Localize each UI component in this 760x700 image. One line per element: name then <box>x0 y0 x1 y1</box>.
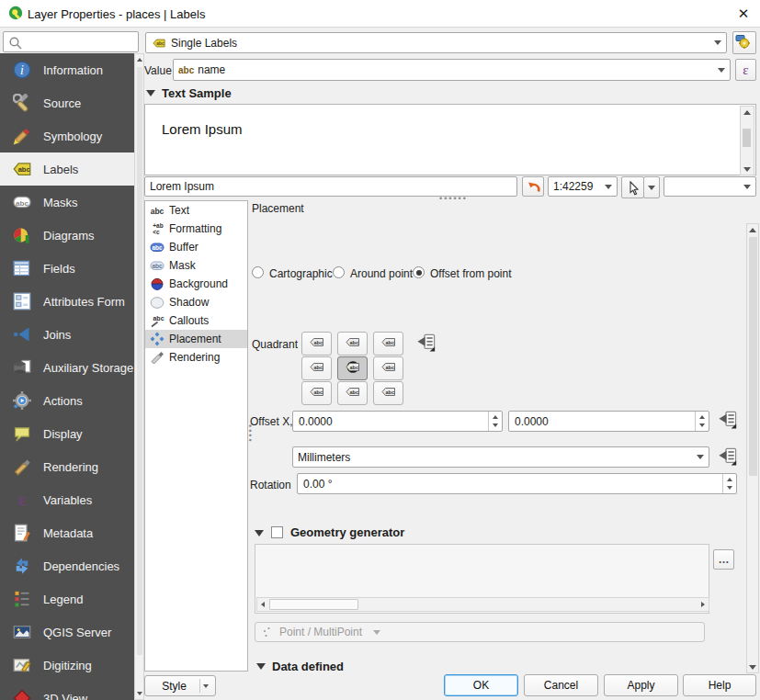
collapse-triangle-icon[interactable] <box>146 90 155 96</box>
label-tab-label: Background <box>169 277 228 290</box>
sidebar-item-actions[interactable]: Actions <box>0 384 134 417</box>
scroll-up-icon[interactable] <box>137 58 142 62</box>
quadrant-button-top-left[interactable]: abc <box>301 332 332 356</box>
data-defined-override-icon[interactable] <box>717 447 738 469</box>
layer-properties-dialog: Layer Properties - places | Labels ✕ abc… <box>0 0 760 700</box>
data-defined-override-icon[interactable] <box>717 411 738 432</box>
label-tab-placement[interactable]: Placement <box>145 330 247 348</box>
sidebar-item-qgis-server[interactable]: QGIS Server <box>0 615 134 649</box>
sidebar-item-variables[interactable]: εVariables <box>0 483 134 516</box>
label-tab-buffer[interactable]: abcBuffer <box>145 238 247 256</box>
offset-y-spinbox[interactable]: 0.0000 <box>508 411 709 432</box>
scrollbar-thumb[interactable] <box>743 129 751 147</box>
radio-cartographic[interactable] <box>252 266 264 278</box>
scroll-up-icon[interactable] <box>743 110 751 115</box>
label-tab-mask[interactable]: abcMask <box>145 256 247 275</box>
spinner-arrows[interactable] <box>695 412 709 431</box>
geometry-expression-expand-button[interactable]: … <box>713 549 734 570</box>
quadrant-button-bottom[interactable]: abc <box>337 381 368 405</box>
quadrant-button-center[interactable]: abc <box>337 356 368 380</box>
chevron-down-icon <box>373 630 380 635</box>
radio-offset-from-point[interactable] <box>413 266 425 278</box>
scroll-up-icon[interactable] <box>749 228 756 232</box>
search-field[interactable] <box>25 34 133 50</box>
gear-label-icon <box>735 34 754 52</box>
sidebar-item-symbology[interactable]: Symbology <box>0 119 134 152</box>
offset-x-spinbox[interactable]: 0.0000 <box>292 411 503 432</box>
scroll-down-icon[interactable] <box>749 665 756 670</box>
data-defined-override-icon[interactable] <box>415 333 437 355</box>
sidebar-item-joins[interactable]: Joins <box>0 318 134 351</box>
label-tab-formatting[interactable]: +ab<cFormatting <box>145 220 247 238</box>
sample-scrollbar[interactable] <box>740 106 754 175</box>
sidebar-item-labels[interactable]: abcLabels <box>0 152 134 186</box>
search-input[interactable] <box>3 31 139 52</box>
source-icon <box>12 93 32 113</box>
panel-scrollbar[interactable] <box>746 223 759 673</box>
cancel-button[interactable]: Cancel <box>524 674 598 696</box>
quadrant-button-top-right[interactable]: abc <box>373 332 403 356</box>
sidebar-item-attributes-form[interactable]: Attributes Form <box>0 285 134 318</box>
sidebar-item-3d-view[interactable]: 3D View <box>0 682 134 700</box>
quadrant-button-bottom-right[interactable]: abc <box>373 381 403 405</box>
scrollbar-thumb[interactable] <box>137 67 142 655</box>
preview-background-select[interactable] <box>664 176 756 197</box>
rotation-spinbox[interactable]: 0.00 ° <box>297 473 737 494</box>
collapse-triangle-icon[interactable] <box>256 663 266 670</box>
map-tool-button[interactable] <box>621 176 644 198</box>
sidebar-item-dependencies[interactable]: Dependencies <box>0 549 134 582</box>
preview-scale-select[interactable]: 1:42259 <box>548 176 618 197</box>
sidebar-scrollbar[interactable] <box>134 53 144 700</box>
quadrant-button-left[interactable]: abc <box>301 356 332 380</box>
ok-button[interactable]: OK <box>444 674 518 696</box>
quadrant-button-top[interactable]: abc <box>337 332 368 356</box>
sidebar-item-source[interactable]: Source <box>0 86 134 119</box>
radio-around-point[interactable] <box>333 266 345 278</box>
sidebar-item-auxiliary-storage[interactable]: Auxiliary Storage <box>0 351 134 384</box>
auto-placement-settings-button[interactable] <box>732 31 756 54</box>
geometry-generator-checkbox[interactable] <box>271 526 283 538</box>
apply-button[interactable]: Apply <box>604 674 678 696</box>
quadrant-button-bottom-left[interactable]: abc <box>301 381 332 405</box>
expression-builder-button[interactable]: ε <box>735 59 756 81</box>
horizontal-splitter-handle[interactable]: •••••• <box>439 194 468 203</box>
offset-units-select[interactable]: Millimeters <box>292 446 709 468</box>
sidebar-item-metadata[interactable]: Metadata <box>0 516 134 549</box>
sample-text: Lorem Ipsum <box>162 121 243 137</box>
collapse-triangle-icon[interactable] <box>255 530 264 536</box>
scroll-left-icon[interactable] <box>261 602 265 607</box>
value-field-select[interactable]: abc name <box>173 59 731 81</box>
help-button[interactable]: Help <box>683 674 756 696</box>
scrollbar-thumb[interactable] <box>749 237 757 476</box>
scroll-down-icon[interactable] <box>137 692 142 695</box>
label-tab-background[interactable]: Background <box>145 275 247 293</box>
sidebar-item-legend[interactable]: Legend <box>0 582 134 615</box>
scroll-right-icon[interactable] <box>701 602 705 607</box>
scroll-down-icon[interactable] <box>743 167 751 172</box>
sidebar-item-digitizing[interactable]: Digitizing <box>0 649 134 682</box>
close-button[interactable]: ✕ <box>734 5 753 23</box>
scrollbar-thumb[interactable] <box>269 599 358 610</box>
label-tab-rendering[interactable]: Rendering <box>145 348 247 367</box>
geometry-type-select[interactable]: Point / MultiPoint <box>255 622 705 642</box>
geometry-h-scrollbar[interactable] <box>256 597 709 612</box>
sidebar-item-information[interactable]: iInformation <box>0 53 134 86</box>
label-tab-text[interactable]: abcText <box>145 201 247 220</box>
sidebar-item-diagrams[interactable]: Diagrams <box>0 219 134 252</box>
sidebar-item-rendering[interactable]: Rendering <box>0 450 134 483</box>
map-tool-menu-button[interactable] <box>643 176 660 198</box>
map-tool-split-button[interactable] <box>621 176 660 197</box>
label-tab-shadow[interactable]: Shadow <box>145 293 247 311</box>
text-icon: abc <box>149 203 164 219</box>
reset-sample-button[interactable] <box>522 176 544 197</box>
style-menu-button[interactable]: Style <box>144 675 216 696</box>
search-icon <box>8 36 21 49</box>
label-tab-callouts[interactable]: abcCallouts <box>145 311 247 330</box>
spinner-arrows[interactable] <box>488 412 502 431</box>
labeling-mode-select[interactable]: abc Single Labels <box>145 32 727 53</box>
sidebar-item-masks[interactable]: abcMasks <box>0 186 134 219</box>
sidebar-item-display[interactable]: Display <box>0 417 134 450</box>
spinner-arrows[interactable] <box>722 474 736 493</box>
sidebar-item-fields[interactable]: Fields <box>0 252 134 285</box>
quadrant-button-right[interactable]: abc <box>373 356 403 380</box>
